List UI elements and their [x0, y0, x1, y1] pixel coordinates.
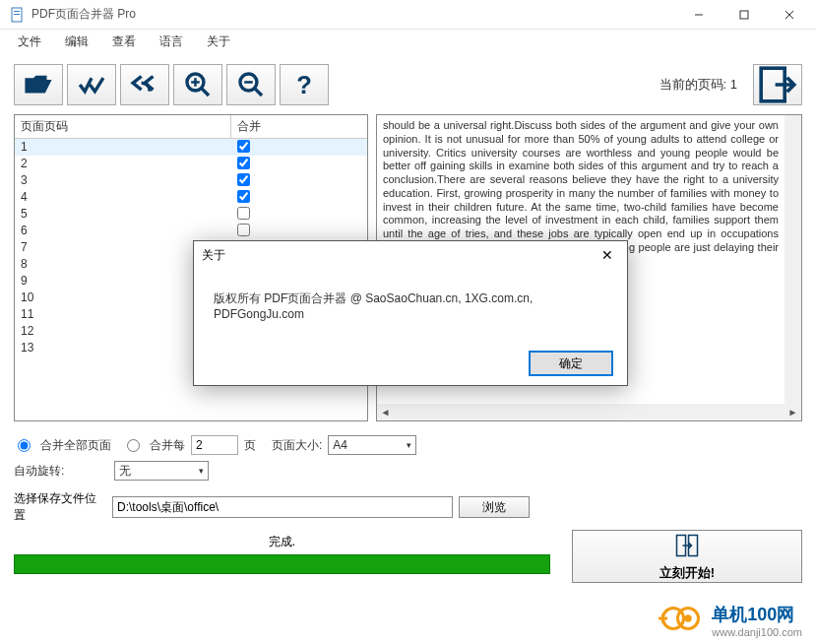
table-row[interactable]: 4 — [15, 189, 367, 206]
start-icon — [672, 531, 702, 560]
scrollbar-vertical[interactable] — [785, 115, 801, 404]
apply-all-button[interactable] — [67, 64, 116, 105]
row-merge-checkbox[interactable] — [237, 224, 250, 236]
start-button[interactable]: 立刻开始! — [572, 530, 802, 583]
row-page-num: 1 — [15, 139, 231, 156]
pages-suffix: 页 — [244, 437, 256, 454]
svg-text:?: ? — [296, 71, 312, 98]
exit-button[interactable] — [753, 64, 802, 105]
menu-about[interactable]: 关于 — [195, 30, 242, 54]
table-row[interactable]: 3 — [15, 172, 367, 189]
minimize-button[interactable] — [676, 0, 722, 30]
help-button[interactable]: ? — [280, 64, 329, 105]
row-merge-checkbox[interactable] — [237, 173, 250, 186]
scroll-left-icon[interactable]: ◄ — [377, 407, 394, 418]
merge-every-label: 合并每 — [150, 437, 185, 454]
auto-rotate-select[interactable]: 无▾ — [114, 461, 209, 481]
dialog-ok-button[interactable]: 确定 — [529, 351, 613, 376]
svg-rect-2 — [14, 14, 20, 15]
titlebar: PDF页面合并器 Pro — [0, 0, 816, 30]
merge-all-label: 合并全部页面 — [40, 437, 111, 454]
about-dialog: 关于 ✕ 版权所有 PDF页面合并器 @ SaoSaoChuan.cn, 1XG… — [193, 240, 628, 386]
row-page-num: 4 — [15, 189, 231, 206]
menu-edit[interactable]: 编辑 — [53, 30, 100, 54]
svg-line-12 — [254, 88, 262, 96]
col-merge-header[interactable]: 合并 — [231, 115, 367, 138]
scroll-right-icon[interactable]: ► — [785, 407, 801, 418]
auto-rotate-label: 自动旋转: — [14, 463, 106, 480]
merge-every-input[interactable] — [191, 435, 238, 455]
open-button[interactable] — [14, 64, 63, 105]
dialog-body: 版权所有 PDF页面合并器 @ SaoSaoChuan.cn, 1XG.com.… — [194, 269, 627, 342]
scrollbar-horizontal[interactable]: ◄ ► — [377, 404, 801, 420]
progress-bar — [14, 554, 550, 574]
svg-line-8 — [201, 88, 209, 96]
start-label: 立刻开始! — [659, 564, 715, 582]
page-indicator: 当前的页码: 1 — [659, 76, 737, 94]
col-page-header[interactable]: 页面页码 — [15, 115, 231, 138]
menu-lang[interactable]: 语言 — [148, 30, 195, 54]
zoom-in-button[interactable] — [173, 64, 222, 105]
page-size-select[interactable]: A4▾ — [328, 435, 416, 455]
window-title: PDF页面合并器 Pro — [31, 6, 676, 23]
row-merge-checkbox[interactable] — [237, 140, 250, 153]
undo-button[interactable] — [120, 64, 169, 105]
menu-view[interactable]: 查看 — [100, 30, 148, 54]
status-text: 完成. — [14, 530, 550, 554]
table-row[interactable]: 6 — [15, 223, 367, 239]
row-page-num: 3 — [15, 172, 231, 189]
menu-file[interactable]: 文件 — [6, 30, 53, 54]
chevron-down-icon: ▾ — [199, 466, 204, 476]
table-row[interactable]: 2 — [15, 156, 367, 172]
dialog-title: 关于 — [202, 247, 596, 264]
merge-all-radio[interactable] — [18, 439, 31, 452]
merge-options-row: 合并全部页面 合并每 页 页面大小: A4▾ — [14, 435, 802, 455]
app-icon — [10, 7, 26, 23]
watermark-logo-icon — [659, 604, 706, 637]
dialog-close-button[interactable]: ✕ — [596, 247, 619, 263]
maximize-button[interactable] — [722, 0, 767, 30]
menubar: 文件 编辑 查看 语言 关于 — [0, 30, 816, 53]
row-page-num: 6 — [15, 223, 231, 239]
watermark-name: 单机100网 — [712, 603, 802, 626]
table-row[interactable]: 5 — [15, 206, 367, 223]
save-location-label: 选择保存文件位置 — [14, 490, 106, 524]
row-page-num: 5 — [15, 206, 231, 223]
bottom-row: 完成. 立刻开始! — [14, 530, 802, 583]
row-merge-checkbox[interactable] — [237, 207, 250, 220]
watermark: 单机100网 www.danji100.com — [659, 603, 802, 638]
rotate-row: 自动旋转: 无▾ — [14, 461, 802, 481]
svg-rect-1 — [14, 11, 20, 12]
table-row[interactable]: 1 — [15, 139, 367, 156]
row-merge-checkbox[interactable] — [237, 157, 250, 169]
watermark-url: www.danji100.com — [712, 626, 802, 638]
toolbar: ? 当前的页码: 1 — [14, 61, 802, 108]
page-size-label: 页面大小: — [272, 437, 322, 454]
zoom-out-button[interactable] — [226, 64, 276, 105]
row-merge-checkbox[interactable] — [237, 190, 250, 203]
row-page-num: 2 — [15, 156, 231, 172]
browse-button[interactable]: 浏览 — [459, 496, 530, 518]
svg-rect-4 — [740, 11, 748, 19]
chevron-down-icon: ▾ — [407, 440, 411, 450]
merge-every-radio[interactable] — [127, 439, 140, 452]
svg-point-20 — [685, 614, 693, 622]
save-row: 选择保存文件位置 浏览 — [14, 490, 802, 524]
close-button[interactable] — [767, 0, 812, 30]
save-path-input[interactable] — [112, 496, 453, 518]
